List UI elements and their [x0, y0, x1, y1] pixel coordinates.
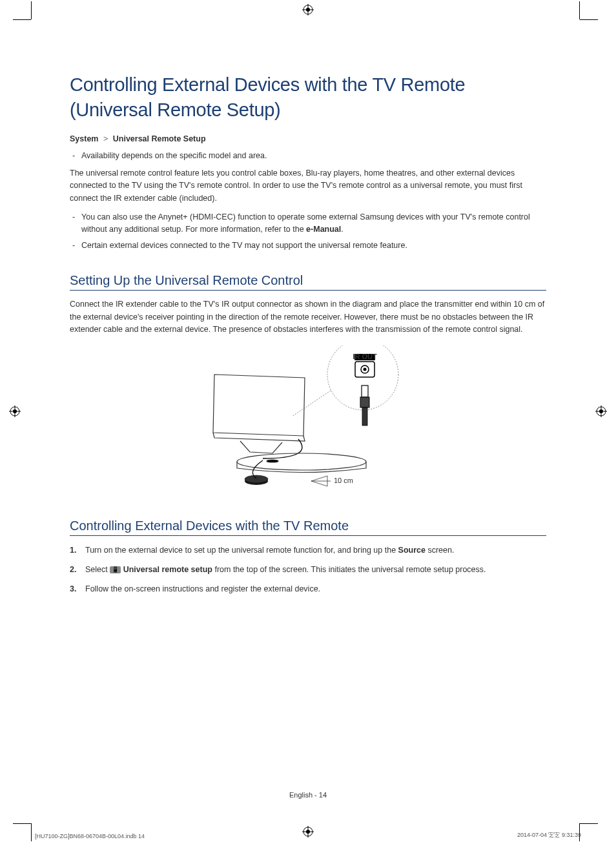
page-footer: English - 14	[0, 791, 616, 799]
universal-remote-setup-label: Universal remote setup	[123, 565, 212, 574]
distance-label: 10 cm	[334, 477, 353, 484]
note-availability: Availability depends on the specific mod…	[70, 150, 546, 162]
crop-mark-bl	[13, 823, 31, 824]
registration-mark-top	[302, 4, 314, 18]
crop-mark-tl	[13, 19, 31, 20]
footer-filename: [HU7100-ZG]BN68-06704B-00L04.indb 14	[35, 833, 145, 839]
note-anynet: You can also use the Anynet+ (HDMI-CEC) …	[70, 211, 546, 236]
registration-mark-bottom	[302, 826, 314, 840]
section1-body: Connect the IR extender cable to the TV'…	[70, 298, 546, 336]
svg-point-20	[364, 367, 367, 371]
step2-post: from the top of the screen. This initiat…	[212, 565, 486, 574]
footer-timestamp: 2014-07-04 㝎㝎 9:31:39	[517, 831, 581, 839]
step-number: 1.	[70, 544, 76, 557]
step1-text: Turn on the external device to set up th…	[85, 546, 398, 555]
crop-mark-br	[580, 823, 598, 824]
svg-point-25	[237, 453, 366, 470]
step3-text: Follow the on-screen instructions and re…	[85, 584, 320, 593]
step1-post: screen.	[426, 546, 454, 555]
note-unsupported: Certain external devices connected to th…	[70, 240, 546, 252]
breadcrumb-a: System	[70, 134, 98, 143]
svg-rect-21	[362, 385, 368, 397]
svg-rect-23	[362, 407, 367, 426]
breadcrumb-b: Universal Remote Setup	[113, 134, 206, 143]
step-3: 3. Follow the on-screen instructions and…	[70, 582, 546, 595]
ir-out-label: IR OUT	[353, 353, 377, 360]
step-number: 3.	[70, 582, 76, 595]
note-anynet-post: .	[341, 225, 343, 234]
svg-line-24	[292, 391, 331, 416]
svg-point-28	[245, 475, 268, 483]
crop-mark-tr	[580, 19, 598, 20]
breadcrumb: System > Universal Remote Setup	[70, 134, 546, 143]
page-title: Controlling External Devices with the TV…	[70, 72, 546, 123]
source-label: Source	[398, 546, 426, 555]
remote-setup-icon: 📱	[110, 566, 121, 573]
svg-point-26	[267, 460, 278, 462]
registration-mark-right	[595, 406, 607, 420]
step2-pre: Select	[85, 565, 110, 574]
chevron-right-icon: >	[103, 134, 108, 143]
svg-rect-22	[360, 397, 369, 407]
registration-mark-left	[9, 406, 21, 420]
diagram-ir-extender: IR OUT	[70, 345, 546, 497]
step-number: 2.	[70, 563, 76, 576]
intro-paragraph: The universal remote control feature let…	[70, 167, 546, 205]
step-1: 1. Turn on the external device to set up…	[70, 544, 546, 557]
emanual-label: e-Manual	[306, 225, 341, 234]
step-2: 2. Select 📱 Universal remote setup from …	[70, 563, 546, 576]
section2-heading: Controlling External Devices with the TV…	[70, 519, 546, 536]
section1-heading: Setting Up the Universal Remote Control	[70, 273, 546, 291]
